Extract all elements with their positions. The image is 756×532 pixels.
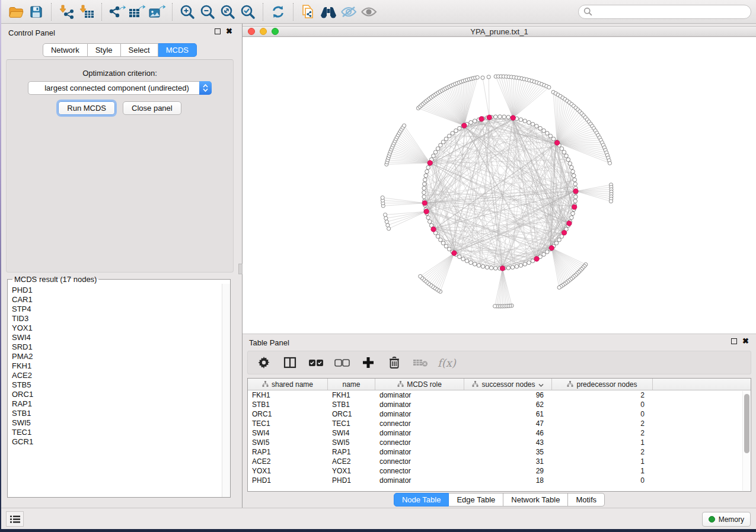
mcds-list-item[interactable]: SRD1: [12, 342, 222, 352]
table-panel: Table Panel ✖: [243, 334, 756, 508]
mcds-list-item[interactable]: CAR1: [12, 295, 222, 305]
close-panel-button[interactable]: Close panel: [123, 101, 181, 115]
float-table-panel-icon[interactable]: [731, 338, 737, 344]
export-image-icon: [148, 4, 166, 20]
table-row[interactable]: RAP1RAP1dominator352: [248, 447, 751, 457]
tab-network[interactable]: Network: [43, 43, 88, 57]
mcds-list-item[interactable]: FKH1: [12, 361, 222, 371]
mcds-list-item[interactable]: SWI4: [12, 333, 222, 342]
tab-motifs[interactable]: Motifs: [568, 493, 605, 507]
zoom-selected-button[interactable]: [238, 2, 258, 22]
mcds-list-item[interactable]: ACE2: [12, 371, 222, 380]
hide-selected-button[interactable]: [339, 2, 359, 22]
column-header-predecessor-nodes[interactable]: predecessor nodes: [552, 379, 653, 390]
zoom-in-button[interactable]: [177, 2, 197, 22]
mcds-result-title: MCDS result (17 nodes): [12, 275, 98, 284]
mcds-list-item[interactable]: PMA2: [12, 352, 222, 361]
table-cell: SWI5: [248, 438, 328, 447]
tab-mcds[interactable]: MCDS: [158, 43, 197, 57]
table-cell: YOX1: [248, 466, 328, 476]
column-header-successor-nodes[interactable]: successor nodes: [464, 379, 552, 390]
column-header-shared-name[interactable]: shared name: [248, 379, 328, 390]
panel-menu-button[interactable]: [6, 511, 24, 527]
mcds-list-item[interactable]: GCR1: [12, 437, 222, 447]
show-all-button[interactable]: [359, 2, 379, 22]
table-cell: 1: [552, 466, 653, 476]
run-mcds-button[interactable]: Run MCDS: [58, 101, 115, 115]
first-neighbors-button[interactable]: [318, 2, 339, 22]
table-scrollbar[interactable]: [742, 391, 750, 491]
tab-edge-table[interactable]: Edge Table: [449, 493, 503, 507]
mcds-list-item[interactable]: TEC1: [12, 428, 222, 437]
table-cell: PHD1: [248, 476, 328, 485]
table-row[interactable]: STB1STB1dominator620: [248, 400, 751, 409]
open-session-button[interactable]: [6, 2, 26, 22]
clone-network-button[interactable]: [298, 2, 318, 22]
splitter-handle[interactable]: [238, 264, 243, 274]
memory-button[interactable]: Memory: [702, 512, 751, 527]
table-scrollbar-thumb[interactable]: [744, 394, 749, 453]
search-box[interactable]: [578, 5, 751, 19]
tab-network-table[interactable]: Network Table: [503, 493, 568, 507]
mcds-list-item[interactable]: YOX1: [12, 323, 222, 333]
mcds-list-scrollbar[interactable]: [222, 284, 230, 497]
zoom-in-icon: [179, 4, 196, 20]
apply-layout-button[interactable]: [268, 2, 288, 22]
mcds-list-item[interactable]: STB5: [12, 380, 222, 390]
mcds-list-item[interactable]: TID3: [12, 314, 222, 323]
vertical-splitter[interactable]: [238, 24, 243, 508]
table-cell: RAP1: [248, 447, 328, 457]
mcds-options-box: Optimization criterion: largest connecte…: [6, 59, 234, 273]
table-cell: 62: [464, 400, 552, 409]
export-image-button[interactable]: [147, 2, 167, 22]
table-row[interactable]: YOX1YOX1connector291: [248, 466, 751, 476]
save-session-button[interactable]: [26, 2, 46, 22]
table-row[interactable]: ACE2ACE2connector311: [248, 457, 751, 466]
mcds-list-item[interactable]: ORC1: [12, 390, 222, 399]
toggle-columns-button[interactable]: [281, 354, 299, 371]
deselect-all-button[interactable]: [333, 354, 351, 371]
tab-node-table[interactable]: Node Table: [394, 493, 449, 507]
delete-table-button[interactable]: [412, 354, 429, 371]
mcds-result-list[interactable]: PHD1CAR1STP4TID3YOX1SWI4SRD1PMA2FKH1ACE2…: [8, 284, 222, 497]
mcds-list-item[interactable]: STP4: [12, 305, 222, 314]
export-network-button[interactable]: [107, 2, 127, 22]
table-settings-button[interactable]: [255, 354, 273, 371]
zoom-fit-button[interactable]: [218, 2, 238, 22]
column-header-MCDS-role[interactable]: MCDS role: [375, 379, 464, 390]
table-panel-title: Table Panel: [249, 338, 289, 347]
table-row[interactable]: PHD1PHD1dominator180: [248, 476, 751, 485]
optimization-criterion-select[interactable]: largest connected component (undirected): [28, 81, 212, 95]
mcds-list-item[interactable]: STB1: [12, 409, 222, 418]
table-row[interactable]: SWI4SWI4dominator462: [248, 428, 751, 438]
table-row[interactable]: FKH1FKH1dominator962: [248, 390, 751, 400]
float-panel-icon[interactable]: [215, 28, 221, 34]
network-canvas[interactable]: [243, 37, 756, 334]
search-input[interactable]: [595, 8, 746, 16]
function-builder-button[interactable]: f(x): [438, 357, 456, 369]
import-network-button[interactable]: [56, 2, 76, 22]
table-cell: STB1: [248, 400, 328, 409]
tab-style[interactable]: Style: [88, 43, 121, 57]
export-table-button[interactable]: [127, 2, 147, 22]
close-table-panel-icon[interactable]: ✖: [742, 338, 749, 344]
close-panel-icon[interactable]: ✖: [226, 28, 232, 34]
zoom-out-button[interactable]: [197, 2, 218, 22]
zoom-out-icon: [199, 4, 216, 20]
table-row[interactable]: ORC1ORC1dominator610: [248, 409, 751, 419]
mcds-list-item[interactable]: SWI5: [12, 418, 222, 428]
import-table-button[interactable]: [76, 2, 97, 22]
select-all-button[interactable]: [307, 354, 325, 371]
table-row[interactable]: TEC1TEC1connector472: [248, 419, 751, 428]
gear-icon: [257, 356, 270, 369]
add-column-button[interactable]: [359, 354, 377, 371]
table-cell: FKH1: [328, 390, 375, 400]
mcds-list-item[interactable]: PHD1: [12, 286, 222, 295]
tab-select[interactable]: Select: [121, 43, 158, 57]
table-row[interactable]: SWI5SWI5connector431: [248, 438, 751, 447]
table-cell: PHD1: [328, 476, 375, 485]
delete-column-button[interactable]: [385, 354, 403, 371]
export-network-icon: [108, 4, 126, 20]
column-header-name[interactable]: name: [328, 379, 375, 390]
mcds-list-item[interactable]: RAP1: [12, 399, 222, 409]
